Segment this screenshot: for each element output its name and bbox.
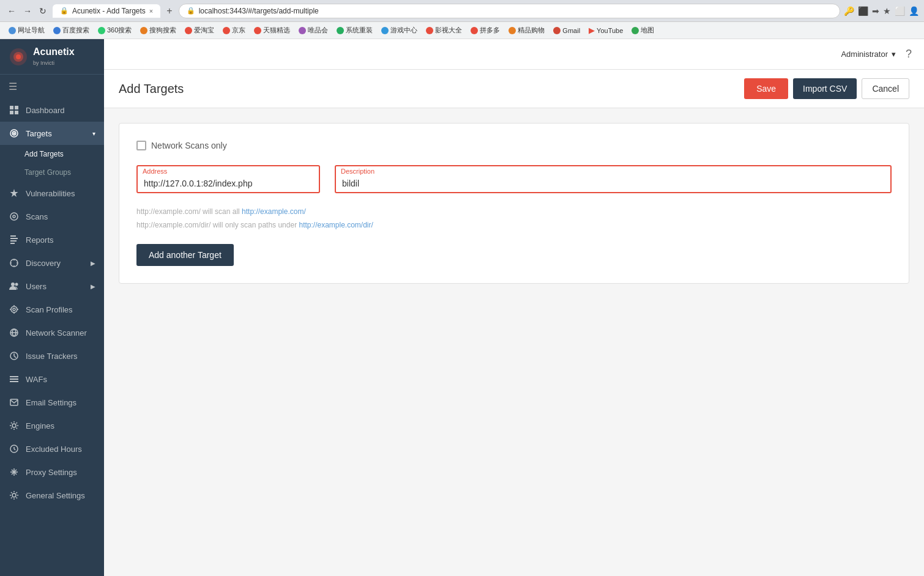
sidebar-item-vulnerabilities[interactable]: Vulnerabilities: [0, 182, 104, 205]
browser-actions: 🔑 ⬛ ➡ ★ ⬜ 👤: [844, 6, 919, 16]
hint-line2-link[interactable]: http://example.com/dir/: [299, 221, 373, 229]
svg-point-10: [10, 213, 18, 220]
bookmark-ditu[interactable]: 地图: [628, 24, 658, 36]
browser-action-1[interactable]: 🔑: [844, 6, 854, 16]
main-content: Network Scans only Address Description: [104, 108, 924, 576]
sidebar-item-label-discovery: Discovery: [26, 259, 61, 268]
sidebar-item-users[interactable]: Users ▶: [0, 275, 104, 298]
description-input[interactable]: [335, 165, 892, 193]
sidebar-item-scans[interactable]: Scans: [0, 205, 104, 228]
bookmark-aitaobao[interactable]: 爱淘宝: [181, 24, 218, 36]
bookmark-icon: [140, 27, 147, 34]
tab-close-button[interactable]: ×: [149, 7, 153, 15]
sidebar-sub-label-target-groups: Target Groups: [24, 168, 71, 177]
svg-point-17: [11, 282, 15, 286]
help-button[interactable]: ?: [906, 48, 912, 61]
proxy-settings-icon: [9, 467, 20, 478]
excluded-hours-icon: [9, 443, 20, 454]
bookmark-icon: [553, 27, 561, 34]
browser-action-4[interactable]: ★: [883, 6, 891, 16]
bookmark-weipinhui[interactable]: 唯品会: [295, 24, 332, 36]
svg-rect-14: [10, 240, 17, 242]
bookmark-360[interactable]: 360搜索: [94, 24, 135, 36]
network-scans-only-label[interactable]: Network Scans only: [151, 141, 227, 150]
svg-rect-5: [10, 111, 13, 114]
discovery-icon: [9, 257, 20, 268]
email-settings-icon: [9, 397, 20, 408]
address-field-group: Address: [136, 165, 320, 193]
sidebar-item-email-settings[interactable]: Email Settings: [0, 391, 104, 414]
fields-row: Address Description: [136, 165, 892, 193]
address-bar[interactable]: 🔒 localhost:3443/#/targets/add-multiple: [179, 4, 840, 18]
sidebar-item-targets[interactable]: Targets ▾: [0, 122, 104, 145]
browser-action-6[interactable]: 👤: [909, 6, 919, 16]
browser-tab[interactable]: 🔒 Acunetix - Add Targets ×: [53, 4, 160, 18]
bookmark-icon: [299, 27, 306, 34]
new-tab-button[interactable]: +: [164, 6, 174, 17]
browser-action-3[interactable]: ➡: [872, 6, 879, 16]
bookmark-baidu[interactable]: 百度搜索: [50, 24, 93, 36]
network-scans-only-checkbox[interactable]: [136, 141, 146, 150]
header-actions: Save Import CSV Cancel: [744, 78, 909, 99]
bookmark-jingpin[interactable]: 精品购物: [505, 24, 548, 36]
address-bar-text: localhost:3443/#/targets/add-multiple: [199, 7, 319, 15]
sidebar-item-excluded-hours[interactable]: Excluded Hours: [0, 437, 104, 460]
hint-line1-link[interactable]: http://example.com/: [242, 207, 306, 216]
bookmark-yingshi[interactable]: 影视大全: [422, 24, 466, 36]
page-header: Add Targets Save Import CSV Cancel: [104, 70, 924, 108]
browser-action-2[interactable]: ⬛: [858, 6, 868, 16]
bookmark-pinduoduo[interactable]: 拼多多: [467, 24, 504, 36]
browser-chrome: ← → ↻ 🔒 Acunetix - Add Targets × + 🔒 loc…: [0, 0, 924, 22]
svg-rect-4: [15, 106, 18, 109]
bookmark-chongzhuang[interactable]: 系统重装: [333, 24, 376, 36]
targets-chevron: ▾: [92, 130, 95, 137]
bookmark-tianmao[interactable]: 天猫精选: [250, 24, 294, 36]
sidebar-sub-item-add-targets[interactable]: Add Targets: [0, 145, 104, 163]
browser-nav: ← → ↻: [5, 5, 49, 17]
add-another-target-button[interactable]: Add another Target: [136, 244, 234, 266]
sidebar-item-general-settings[interactable]: General Settings: [0, 484, 104, 507]
network-scans-only-row: Network Scans only: [136, 141, 892, 150]
sidebar-item-network-scanner[interactable]: Network Scanner: [0, 321, 104, 344]
forward-button[interactable]: →: [21, 5, 34, 17]
sidebar-item-label-excluded-hours: Excluded Hours: [26, 445, 82, 454]
svg-point-18: [15, 283, 18, 286]
refresh-button[interactable]: ↻: [37, 5, 49, 17]
hint-line1-prefix: http://example.com/ will scan all: [136, 207, 242, 216]
sidebar-item-wafs[interactable]: WAFs: [0, 367, 104, 391]
user-label: Administrator: [841, 50, 888, 59]
sidebar-item-dashboard[interactable]: Dashboard: [0, 98, 104, 122]
sidebar-item-scan-profiles[interactable]: Scan Profiles: [0, 298, 104, 321]
bookmark-youxi[interactable]: 游戏中心: [378, 24, 421, 36]
discovery-chevron: ▶: [91, 260, 95, 267]
bookmark-youtube[interactable]: ▶ YouTube: [585, 24, 627, 36]
bookmark-gmail[interactable]: Gmail: [550, 26, 584, 35]
bookmark-wangzhi[interactable]: 网址导航: [5, 24, 48, 36]
back-button[interactable]: ←: [5, 5, 18, 17]
cancel-button[interactable]: Cancel: [862, 78, 909, 99]
sidebar-item-label-engines: Engines: [26, 421, 54, 430]
bookmark-jingdong[interactable]: 京东: [219, 24, 249, 36]
sidebar-item-label-users: Users: [26, 282, 47, 291]
sidebar-item-proxy-settings[interactable]: Proxy Settings: [0, 460, 104, 484]
save-button[interactable]: Save: [744, 78, 788, 99]
bookmark-sougou[interactable]: 搜狗搜索: [136, 24, 180, 36]
network-scanner-icon: [9, 327, 20, 338]
import-csv-button[interactable]: Import CSV: [793, 78, 857, 99]
acunetix-logo-icon: [9, 47, 28, 67]
sidebar-item-discovery[interactable]: Discovery ▶: [0, 251, 104, 275]
lock-icon: 🔒: [187, 7, 195, 15]
top-header: Administrator ▾ ?: [104, 39, 924, 70]
sidebar-item-engines[interactable]: Engines: [0, 414, 104, 437]
browser-action-5[interactable]: ⬜: [895, 6, 905, 16]
user-menu[interactable]: Administrator ▾: [841, 50, 896, 59]
svg-rect-13: [10, 238, 18, 239]
sidebar-item-issue-trackers[interactable]: Issue Trackers: [0, 344, 104, 367]
wafs-icon: [9, 374, 20, 385]
menu-toggle-button[interactable]: ☰: [0, 75, 104, 98]
sidebar-item-reports[interactable]: Reports: [0, 228, 104, 251]
user-dropdown-icon: ▾: [892, 50, 896, 59]
svg-point-11: [13, 215, 15, 218]
svg-point-9: [13, 133, 15, 134]
sidebar-sub-item-target-groups[interactable]: Target Groups: [0, 163, 104, 182]
